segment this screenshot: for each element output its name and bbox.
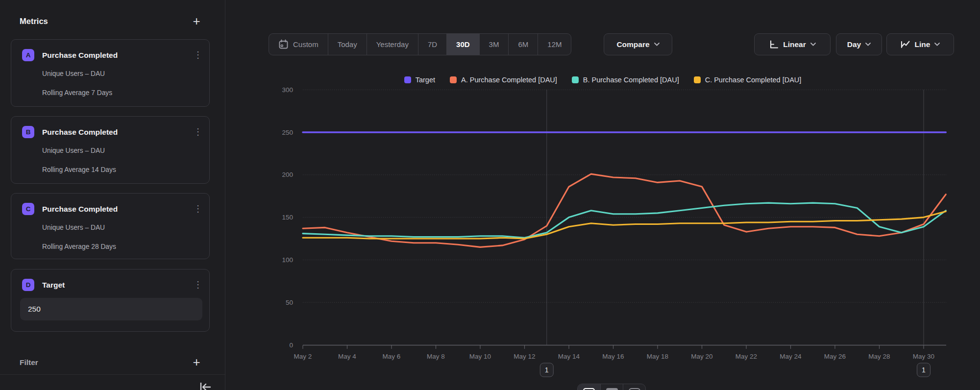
metric-name: Purchase Completed bbox=[42, 205, 118, 214]
range-12m[interactable]: 12M bbox=[538, 34, 571, 55]
metric-transform[interactable]: Rolling Average 28 Days bbox=[42, 243, 116, 250]
y-axis-label-200: 200 bbox=[282, 171, 293, 178]
scale-linear-button[interactable]: Linear bbox=[754, 33, 831, 55]
metric-letter-badge-c: C bbox=[22, 203, 34, 215]
metric-measure[interactable]: Unique Users – DAU bbox=[42, 70, 105, 77]
metric-card-b[interactable]: B Purchase Completed ⋮ Unique Users – DA… bbox=[11, 116, 210, 184]
x-axis-label: May 6 bbox=[383, 353, 401, 360]
collapse-sidebar-icon[interactable] bbox=[197, 381, 214, 390]
chevron-down-icon bbox=[654, 43, 660, 46]
y-axis-label-300: 300 bbox=[282, 86, 293, 94]
granularity-day-button[interactable]: Day bbox=[836, 33, 882, 55]
add-filter-icon[interactable]: + bbox=[188, 354, 205, 370]
card-view-icon bbox=[629, 388, 640, 390]
x-axis-label: May 14 bbox=[558, 353, 580, 360]
metric-card-c[interactable]: C Purchase Completed ⋮ Unique Users – DA… bbox=[11, 193, 210, 259]
range-7d[interactable]: 7D bbox=[418, 34, 446, 55]
metric-measure[interactable]: Unique Users – DAU bbox=[42, 147, 105, 154]
x-axis-label: May 24 bbox=[780, 353, 802, 360]
sidebar-title: Metrics bbox=[20, 17, 48, 26]
metric-name: Purchase Completed bbox=[42, 51, 118, 60]
x-axis-label: May 8 bbox=[427, 353, 445, 360]
table-view-icon bbox=[606, 388, 618, 390]
view-switcher bbox=[577, 384, 646, 390]
target-name: Target bbox=[42, 281, 65, 290]
x-axis-label: May 10 bbox=[469, 353, 491, 360]
range-yesterday[interactable]: Yesterday bbox=[367, 34, 418, 55]
x-axis-label: May 2 bbox=[294, 353, 312, 360]
add-metric-icon[interactable]: + bbox=[188, 13, 205, 29]
metric-card-a[interactable]: A Purchase Completed ⋮ Unique Users – DA… bbox=[11, 39, 210, 107]
chart-type-line-button[interactable]: Line bbox=[886, 33, 954, 55]
x-axis-label: May 28 bbox=[868, 353, 890, 360]
target-card[interactable]: D Target ⋮ bbox=[11, 269, 210, 332]
y-axis-label-150: 150 bbox=[282, 214, 293, 221]
x-axis-label: May 20 bbox=[691, 353, 712, 360]
chevron-down-icon bbox=[934, 43, 940, 46]
x-axis-label: May 18 bbox=[647, 353, 668, 360]
filter-section-label: Filter bbox=[20, 358, 38, 367]
x-axis-label: May 16 bbox=[602, 353, 624, 360]
annotation-badge-label: 1 bbox=[922, 366, 926, 374]
metrics-sidebar: Metrics + A Purchase Completed ⋮ Unique … bbox=[0, 0, 225, 390]
card-view-button[interactable] bbox=[623, 384, 645, 390]
series-line-3[interactable] bbox=[303, 211, 946, 239]
date-range-control: Custom Today Yesterday 7D 30D 3M 6M 12M bbox=[269, 33, 571, 55]
y-axis-label-250: 250 bbox=[282, 129, 293, 136]
range-custom[interactable]: Custom bbox=[269, 34, 328, 55]
range-today[interactable]: Today bbox=[328, 34, 367, 55]
x-axis-label: May 22 bbox=[735, 353, 757, 360]
x-axis-label: May 26 bbox=[824, 353, 846, 360]
kebab-menu-icon[interactable]: ⋮ bbox=[194, 125, 202, 138]
sidebar-divider bbox=[0, 374, 225, 375]
metric-transform[interactable]: Rolling Average 7 Days bbox=[42, 89, 112, 97]
kebab-menu-icon[interactable]: ⋮ bbox=[194, 49, 202, 61]
y-axis-label-100: 100 bbox=[282, 256, 293, 264]
kebab-menu-icon[interactable]: ⋮ bbox=[194, 202, 202, 215]
metric-letter-badge-a: A bbox=[22, 49, 34, 61]
line-chart-icon bbox=[901, 40, 910, 49]
range-30d[interactable]: 30D bbox=[446, 34, 479, 55]
metric-measure[interactable]: Unique Users – DAU bbox=[42, 224, 105, 231]
y-axis-label-50: 50 bbox=[286, 299, 293, 306]
calendar-icon bbox=[278, 39, 289, 49]
table-view-button[interactable] bbox=[600, 384, 623, 390]
metric-letter-badge-d: D bbox=[22, 279, 34, 291]
annotation-badge-label: 1 bbox=[545, 366, 549, 374]
x-axis-label: May 30 bbox=[913, 353, 934, 360]
target-value-input[interactable] bbox=[20, 298, 202, 320]
x-axis-label: May 12 bbox=[514, 353, 535, 360]
chevron-down-icon bbox=[865, 43, 871, 46]
chart-canvas[interactable]: 050100150200250300May 2May 4May 6May 8Ma… bbox=[225, 64, 980, 390]
chart-view-button[interactable] bbox=[578, 384, 600, 390]
x-axis-label: May 4 bbox=[338, 353, 356, 360]
metric-letter-badge-b: B bbox=[22, 126, 34, 138]
axis-linear-icon bbox=[769, 40, 779, 49]
range-6m[interactable]: 6M bbox=[508, 34, 538, 55]
compare-button[interactable]: Compare bbox=[604, 33, 672, 55]
metric-name: Purchase Completed bbox=[42, 128, 118, 137]
y-axis-label-0: 0 bbox=[289, 341, 293, 349]
kebab-menu-icon[interactable]: ⋮ bbox=[194, 278, 202, 291]
chevron-down-icon bbox=[810, 43, 816, 46]
metric-transform[interactable]: Rolling Average 14 Days bbox=[42, 166, 116, 173]
range-3m[interactable]: 3M bbox=[479, 34, 509, 55]
chart-view-icon bbox=[583, 388, 595, 390]
